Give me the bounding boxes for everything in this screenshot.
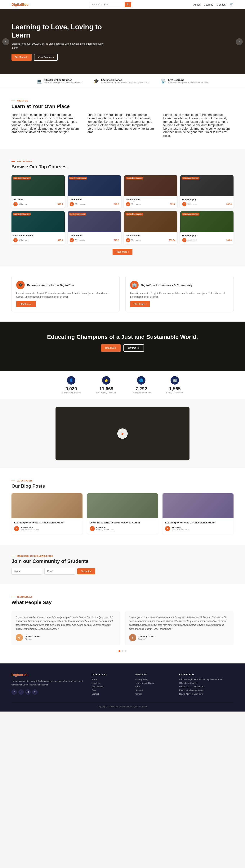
instructor-card-2-header: 🏢 DigitalEdu for business & Community: [130, 281, 229, 289]
course-title: Creative Art: [70, 234, 119, 237]
footer-more-link[interactable]: Support: [135, 689, 172, 691]
course-badge: 554 Online Courses: [182, 177, 200, 180]
nav-search-bar[interactable]: 🔍: [90, 2, 132, 7]
course-price: $69.0: [58, 239, 63, 241]
cta-section: Educating Champions of a Just and Sustai…: [0, 321, 245, 371]
testimonial-text: "Lorem ipsum dolor sit amet consectetur …: [129, 615, 229, 631]
newsletter-subscribe-button[interactable]: Subscribe: [77, 568, 95, 575]
testimonial-role: Student: [138, 638, 155, 640]
newsletter-email-input[interactable]: [44, 568, 75, 575]
instructor-card-1: 🎓 Become a instructor on DigitalEdu Lore…: [11, 276, 119, 312]
footer-useful-link[interactable]: Contact: [92, 693, 128, 695]
course-card[interactable]: 443 Online Courses Development D 30 Less…: [124, 211, 177, 244]
cart-icon[interactable]: 🛒: [229, 2, 234, 7]
footer-more-link[interactable]: Career: [135, 693, 172, 695]
courses-label: Top Courses: [11, 160, 234, 163]
course-lessons: 32 Lessons: [75, 203, 84, 205]
blog-body: Learning to Write as a Professional Auth…: [87, 518, 158, 534]
testimonial-role: Student: [25, 638, 41, 640]
course-card[interactable]: 404 Online Courses Creative Art C 32 Les…: [68, 175, 121, 208]
testimonial-dot-0[interactable]: [118, 650, 120, 652]
nav-link-courses[interactable]: Courses: [204, 3, 213, 6]
footer-useful-link[interactable]: Our Courses: [92, 685, 128, 688]
testimonial-name: Gloria Parker: [25, 635, 41, 638]
get-started-button[interactable]: Get Started ›: [11, 54, 32, 61]
course-card[interactable]: 443 Online Courses Development D 30 Less…: [124, 175, 177, 208]
nav-links: About Courses Contact 🛒: [194, 2, 234, 7]
course-author: P 20 Lessons: [182, 202, 197, 206]
course-badge: 404 Online Courses: [69, 177, 87, 180]
blog-author-row: I Isabella Ava May 12, 2020 • 2 min: [14, 526, 80, 531]
social-icon-in[interactable]: in: [25, 689, 31, 695]
footer-more-link[interactable]: Terms & Conditions: [135, 682, 172, 684]
counter-label: We Proudly Received: [96, 392, 116, 394]
course-price: $42.0: [226, 203, 232, 205]
footer-contact: Contact Info Address: DigitalEdu, 123 Mo…: [179, 673, 234, 696]
nav-link-about[interactable]: About: [194, 3, 200, 6]
video-section[interactable]: [0, 399, 245, 468]
footer-copyright: Copyright © 2023 Company name All rights…: [11, 702, 234, 708]
play-button[interactable]: [117, 429, 128, 439]
footer-more-title: More Info: [135, 673, 172, 676]
course-author: P 20 Lessons: [182, 238, 197, 242]
testimonial-author: T Tommy Lature Student: [129, 634, 229, 641]
blog-card[interactable]: Learning to Write as a Professional Auth…: [11, 493, 82, 534]
cta-read-more-button[interactable]: Read More: [101, 344, 121, 352]
course-badge: 526 Online Courses: [13, 177, 31, 180]
testimonial-dot-2[interactable]: [125, 650, 127, 652]
stat-courses-title: 100,000 Online Courses: [44, 79, 82, 82]
nav-logo: DigitalEdu: [11, 3, 29, 7]
blog-card[interactable]: Learning to Write as a Professional Auth…: [163, 493, 234, 534]
counter-item: ⭐ 11,669 We Proudly Received: [96, 376, 116, 394]
social-icon-y[interactable]: y: [32, 689, 37, 695]
course-card[interactable]: 554 Online Courses Photography P 20 Less…: [180, 175, 234, 208]
author-avatar: D: [126, 238, 130, 242]
course-price: $49.0: [114, 239, 119, 241]
social-icon-t[interactable]: t: [19, 689, 24, 695]
instructor-start-2-button[interactable]: Start today ›: [130, 301, 150, 307]
stat-live-title: Live Learning: [168, 79, 208, 82]
newsletter-name-input[interactable]: [11, 568, 42, 575]
blog-date: Sep 22, 2020 • 2 min: [96, 529, 114, 531]
blog-author-avatar: C: [90, 526, 95, 531]
course-card[interactable]: 554 Online Courses Photography P 20 Less…: [180, 211, 234, 244]
course-thumb-wrapper: 30 Online Courses: [68, 211, 121, 232]
footer-hours: Hours: Mon-Fri 9am-6pm: [179, 693, 234, 695]
author-avatar: P: [182, 238, 186, 242]
social-icon-f[interactable]: f: [11, 689, 17, 695]
course-card[interactable]: 526 Online Courses Creative Business C 4…: [11, 211, 65, 244]
footer-useful-link[interactable]: Blog: [92, 689, 128, 691]
view-courses-button[interactable]: View Courses ›: [34, 54, 58, 61]
about-label: About Us: [11, 100, 234, 102]
search-button[interactable]: 🔍: [125, 2, 131, 7]
blog-card[interactable]: Learning to Write as a Professional Auth…: [87, 493, 158, 534]
course-card[interactable]: 526 Online Courses Business B 40 Lessons…: [11, 175, 65, 208]
footer-more-link[interactable]: Privacy Policy: [135, 678, 172, 681]
read-more-button[interactable]: Read More ›: [112, 249, 133, 255]
hero-buttons: Get Started › View Courses ›: [11, 54, 107, 61]
cta-buttons: Read More Contact Us: [11, 344, 234, 352]
footer-more-link[interactable]: FAQ: [135, 685, 172, 688]
footer-useful-link[interactable]: Home: [92, 678, 128, 681]
course-card[interactable]: 30 Online Courses Creative Art A 30 Less…: [68, 211, 121, 244]
video-player[interactable]: [56, 407, 189, 460]
counter-value: 9,020: [62, 386, 81, 392]
stat-entrance-desc: Work when it's more the best way to to d…: [101, 82, 149, 84]
counter-label: Getting Featured On: [132, 392, 151, 394]
blog-author-row: E Elizabeth Mar 15, 2021 • 1 min: [165, 526, 231, 531]
stat-courses-desc: Focus is having the unwavering attention: [44, 82, 82, 84]
hero-next-arrow[interactable]: ›: [236, 38, 243, 45]
footer-useful-link[interactable]: About Us: [92, 682, 128, 684]
course-title: Creative Business: [13, 234, 63, 237]
testimonials-section: Testimonials What People Say "Lorem ipsu…: [0, 584, 245, 664]
blog-title: Our Blog Posts: [11, 484, 234, 489]
author-avatar: A: [70, 238, 74, 242]
author-avatar: C: [70, 202, 74, 206]
hero-prev-arrow[interactable]: ‹: [2, 38, 9, 45]
courses-title: Browse Our Top Courses.: [11, 164, 234, 169]
instructor-start-1-button[interactable]: Start today ›: [16, 301, 36, 307]
cta-contact-button[interactable]: Contact Us: [124, 344, 144, 352]
testimonial-dot-1[interactable]: [121, 650, 124, 652]
search-input[interactable]: [90, 2, 125, 7]
nav-link-contact[interactable]: Contact: [217, 3, 225, 6]
